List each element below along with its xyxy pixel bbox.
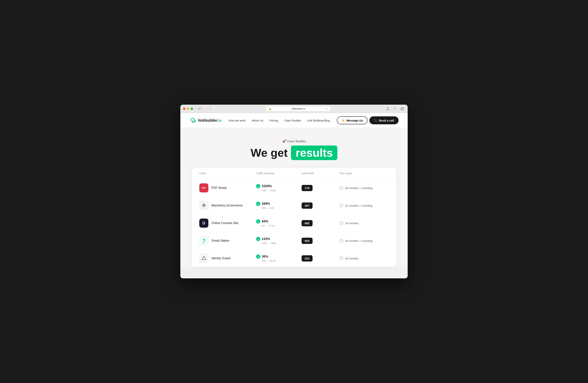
table-row: Identity Guard ▲ 36% 29k → 39.4k 212 20 … (192, 249, 396, 267)
time-cell-pdf: 28 months + counting (339, 186, 389, 190)
time-cell-snack: 26 months + counting (339, 239, 389, 243)
client-cell-pdf: PDF PDF Simpli (199, 183, 256, 192)
finger-icon: 👆 (341, 119, 345, 122)
forward-arrow[interactable]: › (209, 107, 211, 111)
window-icon[interactable] (197, 107, 203, 111)
mac-window: ‹ › 🔒 linkbuilder.io ↻ + (180, 105, 408, 278)
links-cell-identity: 212 (302, 255, 339, 262)
svg-marker-4 (202, 256, 206, 260)
traffic-main-identity: ▲ 36% (256, 254, 302, 259)
title-bar: ‹ › 🔒 linkbuilder.io ↻ + (180, 105, 408, 113)
header-time: Time Span (339, 172, 389, 175)
book-call-button[interactable]: 📞 Book a call (369, 116, 399, 124)
client-name-pdf: PDF Simpli (211, 186, 227, 190)
links-badge-online: 682 (302, 220, 313, 226)
traffic-up-arrow-online: ▲ (256, 219, 260, 224)
links-badge-snack: 603 (302, 238, 313, 244)
time-cell-identity: 20 months (339, 256, 389, 260)
table-header: Client Traffic Increase Links Built Time… (192, 168, 396, 179)
nav-about-us[interactable]: About Us (252, 119, 263, 122)
traffic-sub-machinery: 892 → 6.2k (262, 207, 302, 210)
traffic-main-machinery: ▲ 599% (256, 202, 302, 206)
address-bar-wrapper: 🔒 linkbuilder.io ↻ (213, 106, 383, 111)
client-cell-identity: Identity Guard (199, 254, 256, 263)
case-studies-table: Client Traffic Increase Links Built Time… (192, 168, 396, 267)
client-name-snack: Snack Nation (211, 239, 230, 242)
hero-title-prefix: We get (251, 146, 288, 159)
links-cell-pdf: 179 (302, 185, 339, 191)
traffic-up-arrow-pdf: ▲ (256, 184, 260, 188)
traffic-up-arrow-snack: ▲ (256, 237, 260, 241)
logo-text: linkbuilder.io (198, 118, 221, 123)
client-cell-machinery: ⚙ Machinery eCommerce (199, 201, 256, 210)
client-logo-machinery: ⚙ (199, 201, 208, 210)
logo-area[interactable]: linkbuilder.io (189, 117, 221, 124)
client-logo-snack (199, 236, 208, 245)
lock-icon: 🔒 (269, 108, 272, 110)
traffic-cell-identity: ▲ 36% 29k → 39.4k (256, 254, 302, 262)
traffic-cell-online: ▲ 84% 5m → 9.3m (256, 219, 302, 227)
clock-icon-machinery (339, 204, 343, 207)
traffic-up-arrow-machinery: ▲ (256, 202, 260, 206)
clock-icon-snack (339, 239, 343, 243)
header-traffic: Traffic Increase (256, 172, 302, 175)
traffic-light-red[interactable] (183, 108, 186, 110)
tabs-icon[interactable] (399, 106, 405, 112)
nav-blog[interactable]: Link Building Blog (307, 119, 330, 122)
traffic-main-snack: ▲ 132% (256, 237, 302, 241)
header-links: Links Built (302, 172, 339, 175)
client-logo-identity (199, 254, 208, 263)
traffic-sub-snack: 428k → 995k (262, 242, 302, 245)
hero-subtitle: 🚀 Case Studies (180, 139, 408, 143)
svg-rect-0 (199, 108, 201, 110)
hero-title-highlight: results (291, 146, 337, 160)
phone-icon: 📞 (374, 119, 378, 122)
clock-icon-identity (339, 256, 343, 260)
address-bar[interactable]: 🔒 linkbuilder.io ↻ (266, 106, 330, 111)
traffic-cell-pdf: ▲ 5329% 4.9k → 226k (256, 184, 302, 192)
traffic-cell-snack: ▲ 132% 428k → 995k (256, 237, 302, 245)
nav-pricing[interactable]: Pricing (269, 119, 278, 122)
share-icon[interactable] (385, 106, 391, 112)
navbar: linkbuilder.io How we work About Us Pric… (180, 113, 408, 128)
window-controls (197, 107, 203, 111)
traffic-light-yellow[interactable] (187, 108, 189, 110)
clock-icon-online (339, 221, 343, 225)
message-us-button[interactable]: 👆 Message Us (337, 116, 368, 124)
svg-rect-3 (401, 108, 403, 110)
clock-icon-pdf (339, 186, 343, 190)
links-cell-snack: 603 (302, 238, 339, 244)
traffic-lights (183, 108, 193, 110)
hero-section: 🚀 Case Studies We get results (180, 128, 408, 168)
table-row: Ü Online Courses Site ▲ 84% 5m → 9.3m 68… (192, 214, 396, 232)
header-client: Client (199, 172, 256, 175)
nav-links: How we work About Us Pricing Case Studie… (229, 119, 330, 122)
links-cell-online: 682 (302, 220, 339, 226)
traffic-sub-pdf: 4.9k → 226k (262, 189, 302, 192)
links-cell-machinery: 287 (302, 202, 339, 209)
client-name-identity: Identity Guard (211, 257, 231, 260)
nav-how-we-work[interactable]: How we work (229, 119, 246, 122)
traffic-light-green[interactable] (190, 108, 193, 110)
client-cell-snack: Snack Nation (199, 236, 256, 245)
logo-icon (189, 117, 196, 124)
back-arrow[interactable]: ‹ (206, 107, 208, 111)
page-content: linkbuilder.io How we work About Us Pric… (180, 113, 408, 267)
time-cell-online: 24 months (339, 221, 389, 225)
links-badge-machinery: 287 (302, 202, 313, 209)
table-row: PDF PDF Simpli ▲ 5329% 4.9k → 226k 179 2… (192, 179, 396, 197)
nav-buttons: 👆 Message Us 📞 Book a call (337, 116, 399, 124)
reload-icon[interactable]: ↻ (325, 107, 328, 110)
new-tab-icon[interactable]: + (392, 106, 398, 112)
url-text: linkbuilder.io (273, 107, 324, 110)
nav-arrows: ‹ › (206, 107, 211, 111)
links-badge-identity: 212 (302, 255, 313, 262)
traffic-up-arrow-identity: ▲ (256, 254, 260, 259)
traffic-cell-machinery: ▲ 599% 892 → 6.2k (256, 202, 302, 210)
nav-case-studies[interactable]: Case Studies (284, 119, 301, 122)
client-logo-pdf: PDF (199, 183, 208, 192)
client-cell-online: Ü Online Courses Site (199, 219, 256, 228)
hero-title: We get results (180, 146, 408, 160)
traffic-sub-online: 5m → 9.3m (262, 224, 302, 227)
traffic-main-pdf: ▲ 5329% (256, 184, 302, 188)
